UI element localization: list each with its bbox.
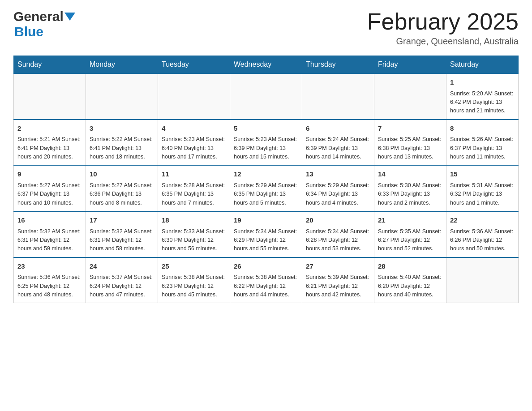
day-info: Sunrise: 5:34 AM Sunset: 6:28 PM Dayligh… — [306, 227, 370, 253]
day-number: 1 — [450, 77, 515, 88]
table-row: 16Sunrise: 5:32 AM Sunset: 6:31 PM Dayli… — [14, 211, 86, 257]
day-info: Sunrise: 5:25 AM Sunset: 6:38 PM Dayligh… — [378, 135, 442, 161]
day-info: Sunrise: 5:37 AM Sunset: 6:24 PM Dayligh… — [90, 273, 154, 299]
day-info: Sunrise: 5:31 AM Sunset: 6:32 PM Dayligh… — [450, 181, 515, 207]
day-info: Sunrise: 5:40 AM Sunset: 6:20 PM Dayligh… — [378, 273, 442, 299]
table-row: 10Sunrise: 5:27 AM Sunset: 6:36 PM Dayli… — [86, 165, 158, 211]
day-info: Sunrise: 5:36 AM Sunset: 6:25 PM Dayligh… — [17, 273, 82, 299]
day-number: 9 — [17, 169, 82, 180]
day-number: 22 — [450, 215, 515, 226]
day-number: 4 — [162, 124, 226, 134]
table-row: 26Sunrise: 5:38 AM Sunset: 6:22 PM Dayli… — [230, 257, 302, 303]
calendar-week-row: 9Sunrise: 5:27 AM Sunset: 6:37 PM Daylig… — [14, 165, 519, 211]
day-number: 12 — [234, 169, 298, 180]
day-info: Sunrise: 5:30 AM Sunset: 6:33 PM Dayligh… — [378, 181, 442, 207]
day-number: 26 — [234, 261, 298, 272]
day-info: Sunrise: 5:33 AM Sunset: 6:30 PM Dayligh… — [162, 227, 226, 253]
table-row: 15Sunrise: 5:31 AM Sunset: 6:32 PM Dayli… — [446, 165, 519, 211]
table-row: 3Sunrise: 5:22 AM Sunset: 6:41 PM Daylig… — [86, 120, 158, 166]
day-number: 3 — [90, 124, 154, 134]
day-info: Sunrise: 5:36 AM Sunset: 6:26 PM Dayligh… — [450, 227, 515, 253]
day-info: Sunrise: 5:23 AM Sunset: 6:40 PM Dayligh… — [162, 135, 226, 161]
logo-triangle-icon — [64, 13, 75, 21]
day-number: 7 — [378, 124, 442, 134]
day-info: Sunrise: 5:29 AM Sunset: 6:35 PM Dayligh… — [234, 181, 298, 207]
calendar-week-row: 23Sunrise: 5:36 AM Sunset: 6:25 PM Dayli… — [14, 257, 519, 303]
table-row: 23Sunrise: 5:36 AM Sunset: 6:25 PM Dayli… — [14, 257, 86, 303]
day-number: 2 — [17, 124, 82, 134]
calendar-header-row: Sunday Monday Tuesday Wednesday Thursday… — [14, 56, 519, 74]
day-number: 8 — [450, 124, 515, 134]
table-row: 2Sunrise: 5:21 AM Sunset: 6:41 PM Daylig… — [14, 120, 86, 166]
day-info: Sunrise: 5:23 AM Sunset: 6:39 PM Dayligh… — [234, 135, 298, 161]
day-number: 24 — [90, 261, 154, 272]
table-row: 19Sunrise: 5:34 AM Sunset: 6:29 PM Dayli… — [230, 211, 302, 257]
day-number: 10 — [90, 169, 154, 180]
day-number: 25 — [162, 261, 226, 272]
calendar-week-row: 16Sunrise: 5:32 AM Sunset: 6:31 PM Dayli… — [14, 211, 519, 257]
day-info: Sunrise: 5:32 AM Sunset: 6:31 PM Dayligh… — [17, 227, 82, 253]
table-row — [446, 257, 519, 303]
table-row: 24Sunrise: 5:37 AM Sunset: 6:24 PM Dayli… — [86, 257, 158, 303]
col-monday: Monday — [86, 56, 158, 74]
logo: General Blue — [13, 9, 75, 39]
table-row: 4Sunrise: 5:23 AM Sunset: 6:40 PM Daylig… — [158, 120, 230, 166]
table-row: 25Sunrise: 5:38 AM Sunset: 6:23 PM Dayli… — [158, 257, 230, 303]
table-row: 1Sunrise: 5:20 AM Sunset: 6:42 PM Daylig… — [446, 73, 519, 120]
table-row: 6Sunrise: 5:24 AM Sunset: 6:39 PM Daylig… — [302, 120, 374, 166]
col-thursday: Thursday — [302, 56, 374, 74]
day-number: 27 — [306, 261, 370, 272]
day-info: Sunrise: 5:24 AM Sunset: 6:39 PM Dayligh… — [306, 135, 370, 161]
calendar-week-row: 2Sunrise: 5:21 AM Sunset: 6:41 PM Daylig… — [14, 120, 519, 166]
table-row: 14Sunrise: 5:30 AM Sunset: 6:33 PM Dayli… — [374, 165, 446, 211]
title-block: February 2025 Grange, Queensland, Austra… — [367, 9, 519, 47]
day-number: 5 — [234, 124, 298, 134]
col-sunday: Sunday — [14, 56, 86, 74]
table-row: 28Sunrise: 5:40 AM Sunset: 6:20 PM Dayli… — [374, 257, 446, 303]
day-info: Sunrise: 5:27 AM Sunset: 6:37 PM Dayligh… — [17, 181, 82, 207]
day-number: 18 — [162, 215, 226, 226]
table-row: 5Sunrise: 5:23 AM Sunset: 6:39 PM Daylig… — [230, 120, 302, 166]
table-row: 11Sunrise: 5:28 AM Sunset: 6:35 PM Dayli… — [158, 165, 230, 211]
month-title: February 2025 — [367, 9, 519, 34]
table-row: 7Sunrise: 5:25 AM Sunset: 6:38 PM Daylig… — [374, 120, 446, 166]
table-row: 8Sunrise: 5:26 AM Sunset: 6:37 PM Daylig… — [446, 120, 519, 166]
day-info: Sunrise: 5:22 AM Sunset: 6:41 PM Dayligh… — [90, 135, 154, 161]
day-number: 28 — [378, 261, 442, 272]
day-number: 21 — [378, 215, 442, 226]
table-row: 9Sunrise: 5:27 AM Sunset: 6:37 PM Daylig… — [14, 165, 86, 211]
table-row: 17Sunrise: 5:32 AM Sunset: 6:31 PM Dayli… — [86, 211, 158, 257]
day-number: 20 — [306, 215, 370, 226]
day-number: 6 — [306, 124, 370, 134]
day-info: Sunrise: 5:28 AM Sunset: 6:35 PM Dayligh… — [162, 181, 226, 207]
day-info: Sunrise: 5:21 AM Sunset: 6:41 PM Dayligh… — [17, 135, 82, 161]
table-row: 12Sunrise: 5:29 AM Sunset: 6:35 PM Dayli… — [230, 165, 302, 211]
day-number: 19 — [234, 215, 298, 226]
day-number: 15 — [450, 169, 515, 180]
table-row — [86, 73, 158, 120]
table-row: 22Sunrise: 5:36 AM Sunset: 6:26 PM Dayli… — [446, 211, 519, 257]
col-wednesday: Wednesday — [230, 56, 302, 74]
location-text: Grange, Queensland, Australia — [367, 36, 519, 47]
day-info: Sunrise: 5:26 AM Sunset: 6:37 PM Dayligh… — [450, 135, 515, 161]
day-info: Sunrise: 5:35 AM Sunset: 6:27 PM Dayligh… — [378, 227, 442, 253]
col-tuesday: Tuesday — [158, 56, 230, 74]
day-number: 11 — [162, 169, 226, 180]
day-info: Sunrise: 5:20 AM Sunset: 6:42 PM Dayligh… — [450, 90, 515, 116]
table-row — [230, 73, 302, 120]
table-row — [302, 73, 374, 120]
day-info: Sunrise: 5:27 AM Sunset: 6:36 PM Dayligh… — [90, 181, 154, 207]
day-info: Sunrise: 5:39 AM Sunset: 6:21 PM Dayligh… — [306, 273, 370, 299]
logo-blue-text: Blue — [14, 24, 75, 39]
day-info: Sunrise: 5:38 AM Sunset: 6:22 PM Dayligh… — [234, 273, 298, 299]
day-number: 17 — [90, 215, 154, 226]
day-number: 16 — [17, 215, 82, 226]
table-row: 21Sunrise: 5:35 AM Sunset: 6:27 PM Dayli… — [374, 211, 446, 257]
table-row: 13Sunrise: 5:29 AM Sunset: 6:34 PM Dayli… — [302, 165, 374, 211]
day-number: 23 — [17, 261, 82, 272]
day-info: Sunrise: 5:29 AM Sunset: 6:34 PM Dayligh… — [306, 181, 370, 207]
table-row — [158, 73, 230, 120]
day-number: 13 — [306, 169, 370, 180]
calendar-table: Sunday Monday Tuesday Wednesday Thursday… — [13, 56, 519, 303]
day-info: Sunrise: 5:34 AM Sunset: 6:29 PM Dayligh… — [234, 227, 298, 253]
